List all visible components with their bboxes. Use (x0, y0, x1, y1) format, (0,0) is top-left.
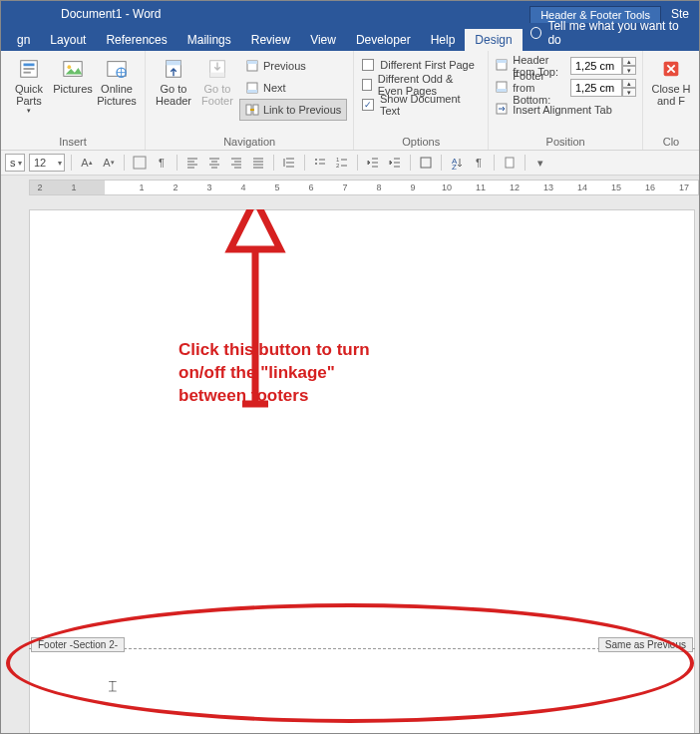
page-icon[interactable] (501, 154, 519, 172)
tab-references[interactable]: References (96, 29, 176, 51)
different-first-page-checkbox[interactable]: Different First Page (360, 55, 482, 75)
quick-parts-button[interactable]: Quick Parts ▾ (7, 53, 51, 119)
text-cursor: ⌶ (109, 678, 117, 693)
shrink-font-icon[interactable]: A▾ (100, 154, 118, 172)
paragraph-marks-icon[interactable]: ¶ (153, 154, 171, 172)
pictures-label: Pictures (53, 83, 93, 95)
tab-mailings[interactable]: Mailings (177, 29, 241, 51)
justify-icon[interactable] (249, 154, 267, 172)
tab-hf-design[interactable]: Design (465, 29, 522, 51)
ruler-number: 4 (240, 183, 245, 192)
sort-icon[interactable]: AZ (448, 154, 466, 172)
ribbon-tabs: gn Layout References Mailings Review Vie… (1, 27, 699, 51)
go-to-footer-button: Go to Footer (195, 53, 239, 111)
horizontal-ruler[interactable]: 21123456789101112131415161718 (29, 180, 699, 195)
decrease-indent-icon[interactable] (364, 154, 382, 172)
ruler-number: 9 (410, 183, 415, 192)
footer-from-bottom-input[interactable] (570, 79, 622, 97)
bullets-icon[interactable] (311, 154, 329, 172)
group-options-label: Options (360, 135, 482, 150)
svg-rect-15 (247, 90, 257, 93)
spin-down-icon[interactable]: ▾ (622, 66, 636, 75)
group-position: Header from Top: ▴▾ Footer from Bottom: … (489, 51, 643, 150)
different-first-page-label: Different First Page (380, 59, 475, 71)
increase-indent-icon[interactable] (386, 154, 404, 172)
ruler-number: 13 (543, 183, 553, 192)
borders-icon[interactable] (417, 154, 435, 172)
svg-text:Z: Z (452, 163, 457, 170)
tab-design-partial[interactable]: gn (7, 29, 40, 51)
styles-icon[interactable] (131, 154, 149, 172)
next-button[interactable]: Next (239, 77, 347, 99)
show-document-text-checkbox[interactable]: ✓ Show Document Text (360, 95, 482, 115)
checkbox-icon (362, 59, 374, 71)
ruler-number: 6 (308, 183, 313, 192)
tab-developer[interactable]: Developer (346, 29, 421, 51)
close-header-footer-button[interactable]: Close H and F (649, 53, 693, 111)
numbering-icon[interactable]: 12 (333, 154, 351, 172)
ruler-number: 1 (71, 183, 76, 192)
online-pictures-button[interactable]: Online Pictures (95, 53, 139, 111)
line-spacing-icon[interactable] (280, 154, 298, 172)
same-as-previous-tag: Same as Previous (598, 637, 693, 652)
svg-point-5 (68, 65, 72, 69)
tab-view[interactable]: View (300, 29, 346, 51)
tell-me-search[interactable]: Tell me what you want to do (523, 15, 699, 51)
different-odd-even-checkbox[interactable]: Different Odd & Even Pages (360, 75, 482, 95)
insert-alignment-tab-label: Insert Alignment Tab (513, 104, 611, 116)
tell-me-label: Tell me what you want to do (547, 19, 691, 47)
document-area: Footer -Section 2- Same as Previous ⌶ Cl… (1, 209, 699, 734)
align-right-icon[interactable] (227, 154, 245, 172)
spin-down-icon[interactable]: ▾ (622, 88, 636, 97)
ruler-number: 7 (342, 183, 347, 192)
pictures-button[interactable]: Pictures (51, 53, 95, 99)
group-close: Close H and F Clo (643, 51, 699, 150)
font-dropdown[interactable]: s (5, 154, 25, 172)
svg-text:2: 2 (336, 163, 340, 169)
grow-font-icon[interactable]: A▴ (78, 154, 96, 172)
group-navigation-label: Navigation (152, 135, 347, 150)
header-from-top-spinner[interactable]: ▴▾ (570, 57, 636, 75)
bulb-icon (530, 27, 542, 39)
show-document-text-label: Show Document Text (380, 93, 480, 117)
pilcrow-icon[interactable]: ¶ (470, 154, 488, 172)
ruler-number: 1 (139, 183, 144, 192)
previous-label: Previous (263, 60, 306, 72)
page[interactable] (29, 209, 695, 734)
go-to-header-icon (160, 57, 187, 81)
header-distance-icon (495, 58, 509, 74)
align-center-icon[interactable] (205, 154, 223, 172)
group-insert: Quick Parts ▾ Pictures Online Pictures I… (1, 51, 146, 150)
font-size-dropdown[interactable]: 12 (29, 154, 65, 172)
ruler-number: 12 (510, 183, 520, 192)
svg-rect-24 (134, 157, 146, 169)
link-to-previous-button[interactable]: Link to Previous (239, 99, 347, 121)
insert-alignment-tab-button[interactable]: Insert Alignment Tab (495, 99, 636, 121)
tab-layout[interactable]: Layout (40, 29, 96, 51)
next-label: Next (263, 82, 286, 94)
spin-up-icon[interactable]: ▴ (622, 57, 636, 66)
previous-button[interactable]: Previous (239, 55, 347, 77)
tab-help[interactable]: Help (421, 29, 466, 51)
spin-up-icon[interactable]: ▴ (622, 79, 636, 88)
go-to-header-button[interactable]: Go to Header (152, 53, 195, 111)
pictures-icon (59, 57, 87, 81)
ruler-number: 15 (611, 183, 621, 192)
svg-rect-9 (167, 61, 181, 66)
go-to-footer-label: Go to Footer (197, 83, 237, 107)
tab-review[interactable]: Review (241, 29, 300, 51)
close-label-1: Close H (651, 83, 690, 95)
svg-rect-11 (210, 73, 225, 78)
quick-parts-label: Quick Parts (9, 83, 49, 107)
ruler-number: 17 (679, 183, 689, 192)
svg-rect-2 (24, 68, 35, 70)
footer-from-bottom-spinner[interactable]: ▴▾ (570, 79, 636, 97)
group-options: Different First Page Different Odd & Eve… (354, 51, 489, 150)
annotation-line1: Click this button to turn (178, 339, 370, 362)
ruler-number: 10 (442, 183, 452, 192)
quick-parts-icon (15, 57, 43, 81)
header-from-top-input[interactable] (570, 57, 622, 75)
align-left-icon[interactable] (183, 154, 201, 172)
annotation-line2: on/off the "linkage" (178, 362, 370, 385)
dropdown-icon[interactable]: ▾ (531, 154, 549, 172)
